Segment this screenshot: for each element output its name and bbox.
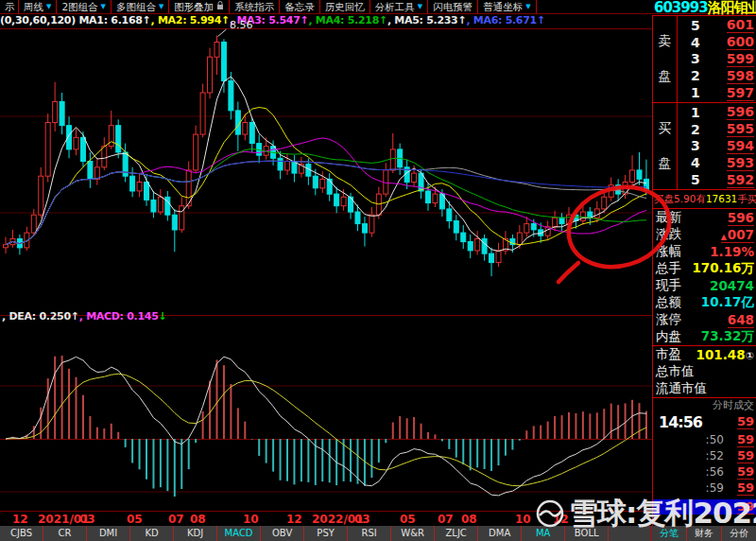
quote-stats: 最新596涨跌▲007涨幅1.19%总手170.16万现手20474总额10.1… (653, 209, 756, 345)
text-segment: ↑ (221, 14, 230, 26)
indicator-tab-ZLJC[interactable]: ZLJC (434, 526, 477, 541)
text-segment: ↑ (379, 14, 387, 26)
indicator-tab-PSY[interactable]: PSY (303, 526, 347, 541)
stock-name: 洛阳钼业 (708, 0, 756, 17)
buy-label-char: 买 (659, 120, 672, 137)
ask-price: 601 (727, 17, 754, 33)
bid-row[interactable]: 2595 (678, 121, 756, 137)
indicator-tab-MA[interactable]: MA (521, 526, 564, 541)
menu-item-label: 多图组合 (116, 0, 156, 13)
menu-item-label: 周线 (24, 0, 43, 13)
stat-label: 总手 (656, 260, 681, 277)
ask-row[interactable]: 5601 (678, 17, 756, 33)
panel-tab-分价[interactable]: 分价 (721, 526, 756, 541)
bid-row[interactable]: 4593 (678, 155, 756, 171)
indicator-tab-RSI[interactable]: RSI (347, 526, 390, 541)
chevron-down-icon[interactable]: ▼ (418, 0, 422, 13)
stat-row-总手: 总手170.16万 (653, 260, 756, 277)
trade-price: 59 (737, 480, 754, 496)
panel-tabs: 分笔财务分价 (651, 526, 756, 541)
bid-row[interactable]: 1596 (678, 104, 756, 120)
big-order-alert: 买盘5.90有17631手买单! (653, 189, 756, 209)
bid-level: 2 (691, 122, 700, 137)
panel-tab-分笔[interactable]: 分笔 (652, 526, 686, 541)
text-segment: , DEA: 0.250 (2, 310, 71, 323)
menu-item-system-signal[interactable]: 系统指示 (230, 0, 280, 13)
date-label: 03 (79, 513, 95, 526)
text-segment: , MA4: 5.218 (308, 14, 379, 26)
candlestick-chart[interactable] (0, 28, 652, 316)
stat-label: 涨跌 (656, 226, 681, 243)
selected-trade-row[interactable]: 59 (653, 499, 756, 515)
indicator-tab-CJBS[interactable]: CJBS (0, 526, 43, 541)
text-segment: 17631 (706, 193, 737, 204)
date-label: 03 (354, 513, 370, 526)
stat-row-市盈: 市盈101.48① (653, 346, 756, 363)
chevron-down-icon[interactable]: ▼ (525, 0, 530, 13)
bid-rows: 15962595359445935592 (678, 103, 756, 189)
menu-item-coords[interactable]: 普通坐标▼ (478, 0, 536, 13)
menu-item-label: 备忘录 (284, 0, 315, 13)
stat-row-总额: 总额10.17亿 (653, 294, 756, 311)
panel-tab-财务[interactable]: 财务 (686, 526, 721, 541)
date-label: 05 (400, 513, 416, 526)
indicator-tab-CR[interactable]: CR (43, 526, 86, 541)
ask-row[interactable]: 1597 (678, 85, 756, 101)
chevron-down-icon[interactable]: ▼ (159, 0, 163, 13)
indicator-tab-BOLL[interactable]: BOLL (564, 526, 608, 541)
bid-row[interactable]: 3594 (678, 138, 756, 154)
text-segment: , MA5: 5.233 (387, 14, 458, 26)
chevron-down-icon[interactable]: ▼ (46, 0, 51, 13)
trade-price: 59 (737, 414, 754, 429)
bid-row[interactable]: 5592 (678, 172, 756, 188)
menu-item-label: 历史回忆 (325, 0, 365, 13)
macd-chart[interactable] (0, 326, 652, 511)
stat-value: 648 (728, 312, 754, 328)
trade-price: 59 (737, 499, 754, 515)
sell-label-char: 盘 (659, 68, 672, 85)
dynamic-pe-icon: ① (746, 350, 754, 362)
stat-row-流通市值: 流通市值 (653, 380, 756, 397)
text-segment: , MACD: 0.145 (79, 310, 159, 323)
chevron-down-icon[interactable]: ▼ (101, 0, 106, 13)
bid-level: 5 (691, 172, 700, 187)
bid-price: 593 (727, 155, 754, 171)
ask-level: 4 (691, 35, 700, 50)
menu-item-period[interactable]: 周线▼ (19, 0, 57, 13)
date-label: 12 (286, 513, 302, 526)
bid-price: 594 (727, 138, 754, 154)
indicator-tab-bar: CJBSCRDMIKDKDJMACDOBVPSYRSIW&RZLJCDMAMAB… (0, 526, 756, 541)
sell-label-char: 卖 (659, 33, 672, 50)
ask-level: 1 (691, 85, 700, 100)
indicator-tab-DMA[interactable]: DMA (477, 526, 521, 541)
lock-icon (216, 0, 224, 13)
indicator-tab-KDJ[interactable]: KDJ (173, 526, 216, 541)
date-label: 12 (12, 513, 28, 526)
clock: 14:56 (659, 413, 702, 431)
trading-app-window: 示周线▼2图组合▼多图组合▼图形叠加系统指示备忘录历史回忆分析工具▼闪电预警普通… (0, 0, 756, 541)
date-axis: 122021/010305070810122022/01030507081012 (0, 511, 652, 527)
indicator-tab-DMI[interactable]: DMI (86, 526, 129, 541)
indicator-tab-KD[interactable]: KD (129, 526, 173, 541)
clock-row: 14:56 59 (653, 412, 756, 431)
indicator-tab-OBV[interactable]: OBV (260, 526, 303, 541)
menu-item-combo2[interactable]: 2图组合▼ (57, 0, 112, 13)
ask-row[interactable]: 3599 (678, 51, 756, 67)
stat-value: 10.17亿 (701, 294, 754, 311)
menu-item-flash-alert[interactable]: 闪电预警 (428, 0, 478, 13)
indicator-tab-MACD[interactable]: MACD (216, 526, 260, 541)
menu-item-history[interactable]: 历史回忆 (320, 0, 370, 13)
ask-row[interactable]: 2598 (678, 68, 756, 84)
stat-label: 市盈 (656, 346, 681, 363)
menu-item-combo-multi[interactable]: 多图组合▼ (112, 0, 169, 13)
date-label: 07 (168, 513, 184, 526)
stat-label: 流通市值 (656, 380, 707, 397)
order-book: 卖盘 56014600359925981597 买盘 1596259535944… (653, 15, 756, 189)
menu-item-clipped[interactable]: 示 (0, 0, 19, 13)
ask-price: 598 (727, 68, 754, 84)
indicator-tab-W&R[interactable]: W&R (390, 526, 434, 541)
ask-row[interactable]: 4600 (678, 34, 756, 50)
menu-item-memo[interactable]: 备忘录 (280, 0, 320, 13)
menu-item-overlay[interactable]: 图形叠加 (169, 0, 230, 13)
menu-item-analysis-tools[interactable]: 分析工具▼ (370, 0, 428, 13)
